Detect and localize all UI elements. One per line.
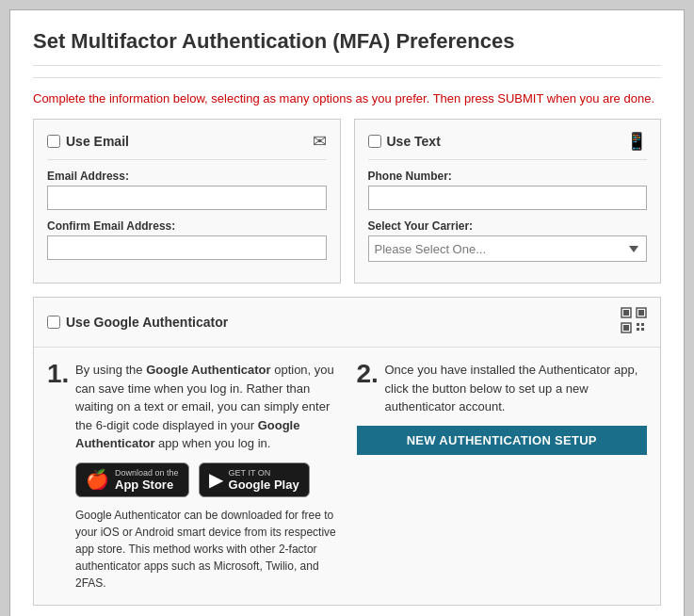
google-auth-header: Use Google Authenticator: [34, 298, 660, 348]
phone-icon: 📱: [626, 131, 647, 152]
google-auth-label: Use Google Authenticator: [66, 315, 228, 330]
email-label: Email Address:: [47, 170, 327, 183]
use-google-auth-checkbox[interactable]: [47, 316, 60, 329]
text-card-header-left: Use Text: [368, 134, 441, 149]
google-auth-card: Use Google Authenticator: [33, 297, 661, 606]
app-store-text-group: Download on the App Store: [115, 468, 179, 492]
carrier-group: Select Your Carrier: Please Select One..…: [368, 219, 648, 262]
play-store-small-label: GET IT ON: [229, 468, 299, 478]
google-auth-body: 1. By using the Google Authenticator opt…: [34, 348, 660, 605]
text-card-header: Use Text 📱: [368, 131, 648, 160]
app-store-small-label: Download on the: [115, 468, 179, 478]
svg-rect-9: [641, 328, 644, 331]
svg-rect-8: [637, 328, 639, 331]
svg-rect-6: [637, 323, 639, 326]
disclaimer-text: Google Authenticator can be downloaded f…: [75, 507, 338, 592]
step2-number: 2.: [357, 361, 376, 416]
play-store-name: Google Play: [229, 478, 299, 492]
confirm-email-input[interactable]: [47, 235, 327, 260]
confirm-email-group: Confirm Email Address:: [47, 219, 327, 260]
email-card-header: Use Email ✉: [47, 131, 327, 160]
step1-text: By using the Google Authenticator option…: [75, 361, 338, 453]
google-play-badge[interactable]: ▶ GET IT ON Google Play: [199, 462, 310, 497]
confirm-email-label: Confirm Email Address:: [47, 219, 327, 233]
app-badges: 🍎 Download on the App Store ▶ GET IT ON …: [75, 462, 338, 497]
top-row: Use Email ✉ Email Address: Confirm Email…: [33, 119, 661, 284]
svg-rect-7: [641, 323, 644, 326]
email-input[interactable]: [47, 186, 327, 210]
app-store-badge[interactable]: 🍎 Download on the App Store: [75, 462, 189, 497]
svg-rect-5: [623, 325, 629, 331]
google-auth-header-left: Use Google Authenticator: [47, 315, 228, 330]
page-title: Set Multifactor Authentication (MFA) Pre…: [33, 29, 661, 66]
text-card-label: Use Text: [387, 134, 441, 149]
use-text-checkbox[interactable]: [368, 135, 381, 148]
app-store-name: App Store: [115, 478, 179, 492]
play-icon: ▶: [209, 468, 223, 491]
step2-text: Once you have installed the Authenticato…: [385, 361, 648, 416]
page-container: Set Multifactor Authentication (MFA) Pre…: [9, 9, 685, 616]
play-store-text-group: GET IT ON Google Play: [229, 468, 299, 492]
instruction-text: Complete the information below, selectin…: [33, 91, 661, 105]
qr-icon: [621, 307, 647, 337]
apple-icon: 🍎: [86, 468, 109, 491]
auth-step-2: 2. Once you have installed the Authentic…: [357, 361, 648, 592]
svg-rect-3: [638, 310, 644, 316]
step2-row: 2. Once you have installed the Authentic…: [357, 361, 648, 416]
email-card-header-left: Use Email: [47, 134, 129, 149]
phone-label: Phone Number:: [368, 170, 648, 183]
svg-rect-1: [623, 310, 629, 316]
phone-input[interactable]: [368, 186, 648, 210]
step1-row: 1. By using the Google Authenticator opt…: [47, 361, 338, 453]
email-icon: ✉: [313, 131, 327, 152]
carrier-label: Select Your Carrier:: [368, 219, 648, 233]
carrier-select[interactable]: Please Select One... AT&T Verizon T-Mobi…: [368, 235, 648, 262]
new-auth-button[interactable]: NEW AUTHENTICATION SETUP: [357, 426, 648, 455]
auth-step-1: 1. By using the Google Authenticator opt…: [47, 361, 338, 592]
text-card: Use Text 📱 Phone Number: Select Your Car…: [354, 119, 662, 284]
use-email-checkbox[interactable]: [47, 135, 60, 148]
step1-number: 1.: [47, 361, 66, 453]
phone-group: Phone Number:: [368, 170, 648, 210]
email-card-label: Use Email: [66, 134, 129, 149]
email-card: Use Email ✉ Email Address: Confirm Email…: [33, 119, 341, 284]
email-group: Email Address:: [47, 170, 327, 210]
